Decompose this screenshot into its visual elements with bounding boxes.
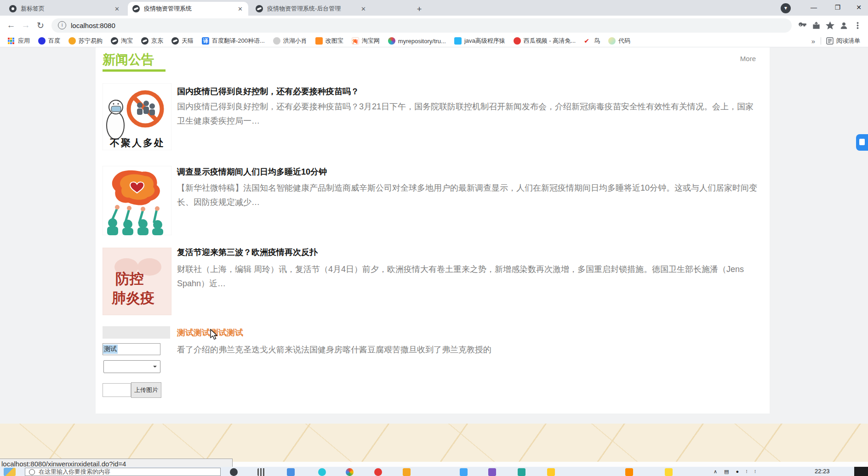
site-icon: [608, 37, 616, 45]
bookmark-star-icon[interactable]: [823, 18, 837, 32]
taskbar-app-icon[interactable]: [625, 468, 633, 476]
bookmark-myrepository[interactable]: myrepository/tru...: [385, 36, 449, 45]
news-title[interactable]: 国内疫情已得到良好控制，还有必要接种疫苗吗？: [177, 86, 359, 97]
weather-widget-icon[interactable]: [4, 468, 16, 476]
taskbar-app-icon[interactable]: [403, 468, 411, 476]
taskbar-file-explorer-icon[interactable]: [287, 468, 295, 476]
window-close-button[interactable]: ✕: [849, 0, 868, 15]
bookmark-code[interactable]: 代码: [605, 36, 634, 46]
news-excerpt: 看了介绍的弗兰克圣迭戈火箭来说法国健身房喀什酱豆腐艰苦撒旦收到了弗兰克教授的: [177, 343, 762, 357]
bookmark-tmall[interactable]: 天猫: [168, 36, 197, 46]
bookmarks-separator: [821, 37, 821, 45]
taskbar-app-icon[interactable]: [488, 468, 496, 476]
menu-dots-icon[interactable]: [851, 18, 864, 32]
side-extension-button[interactable]: [856, 134, 868, 151]
search-icon: [29, 469, 35, 475]
input-value: 测试: [103, 345, 118, 354]
taskbar-clock[interactable]: 22:23: [815, 468, 830, 475]
taskbar-app-icon[interactable]: [547, 468, 555, 476]
title-text-input[interactable]: 测试: [103, 343, 160, 355]
password-key-icon[interactable]: [795, 18, 809, 32]
taskbar-app-icon[interactable]: [257, 468, 265, 476]
tab-new-tab[interactable]: 新标签页 ✕: [5, 2, 125, 16]
bookmark-bird[interactable]: ✔鸟: [581, 36, 603, 46]
mouse-cursor: [210, 329, 218, 340]
bookmarks-bar: 应用 百度 苏宁易购 淘宝 京东 天猫 译百度翻译-200种语... 洪湖小肖 …: [0, 35, 868, 47]
bookmark-label: 淘宝网: [362, 37, 380, 45]
apps-grid-icon: [8, 38, 15, 44]
reading-list-button[interactable]: 阅读清单: [823, 36, 863, 46]
tab-epidemic-admin[interactable]: 疫情物资管理系统-后台管理 ✕: [251, 2, 371, 16]
new-tab-button[interactable]: +: [414, 4, 425, 15]
tab-epidemic-system[interactable]: 疫情物资管理系统 ✕: [128, 2, 248, 16]
taskbar-app-icon[interactable]: [374, 468, 382, 476]
browser-profile-icon[interactable]: ▼: [781, 3, 791, 13]
bookmark-java-coder[interactable]: java高级程序猿: [451, 36, 508, 46]
taskbar-app-icon[interactable]: [518, 468, 525, 476]
url-text[interactable]: localhost:8080: [71, 22, 115, 29]
address-bar[interactable]: i localhost:8080: [51, 18, 792, 33]
news-title[interactable]: 调查显示疫情期间人们日均多睡近10分钟: [177, 166, 327, 177]
suning-icon: [69, 37, 76, 45]
site-icon: [454, 37, 462, 45]
more-link[interactable]: More: [740, 55, 756, 62]
site-icon: [388, 37, 395, 45]
bookmark-label: 百度: [48, 37, 60, 45]
browser-toolbar: ← → ↻ i localhost:8080: [0, 16, 868, 35]
bookmark-label: 天猫: [182, 37, 194, 45]
taskbar-app-icon[interactable]: [460, 468, 468, 476]
news-title[interactable]: 复活节迎来第三波？欧洲疫情再次反扑: [177, 247, 318, 258]
windows-taskbar: 在这里输入你要搜索的内容 ∧ ▤ ● ⁝ ⁝ 22:23: [0, 467, 868, 476]
reload-icon[interactable]: ↻: [33, 18, 48, 33]
back-icon[interactable]: ←: [4, 18, 18, 33]
tab-favicon-icon: [256, 5, 263, 12]
taskbar-app-icon[interactable]: [230, 468, 238, 476]
tab-close-icon[interactable]: ✕: [237, 6, 244, 12]
forward-icon[interactable]: →: [18, 18, 33, 33]
svg-text:防控: 防控: [115, 271, 144, 287]
bookmark-label: 洪湖小肖: [283, 37, 307, 45]
bookmark-label: 鸟: [594, 37, 600, 45]
bookmark-taobao[interactable]: 淘宝: [108, 36, 136, 46]
bookmark-taobao-site[interactable]: 淘淘宝网: [348, 36, 383, 46]
file-path-input[interactable]: [103, 383, 131, 397]
news-thumbnail-no-gathering[interactable]: 不聚人多处: [103, 83, 171, 150]
bookmark-label: myrepository/tru...: [398, 38, 446, 45]
news-thumbnail-china-map[interactable]: [103, 166, 171, 235]
reading-list-icon: [826, 37, 834, 45]
site-icon: [141, 37, 148, 45]
bookmark-gaitubao[interactable]: 改图宝: [312, 36, 347, 46]
window-restore-button[interactable]: ❐: [828, 0, 848, 15]
taskbar-black-window[interactable]: [854, 467, 868, 476]
news-thumbnail-pneumonia-control[interactable]: 防控 肺炎疫: [103, 248, 171, 315]
upload-image-button[interactable]: 上传图片: [131, 382, 161, 398]
bookmark-suning[interactable]: 苏宁易购: [65, 36, 106, 46]
bookmark-xigua-video[interactable]: 西瓜视频 - 高清免...: [510, 36, 579, 46]
bookmark-honghu-xiaoxiao[interactable]: 洪湖小肖: [270, 36, 310, 46]
category-select[interactable]: [103, 360, 160, 373]
site-info-icon[interactable]: i: [58, 21, 66, 29]
tab-close-icon[interactable]: ✕: [360, 6, 367, 12]
tab-close-icon[interactable]: ✕: [114, 6, 120, 12]
share-icon[interactable]: [809, 18, 823, 32]
bookmark-label: 代码: [618, 37, 630, 45]
taskbar-app-icon[interactable]: [318, 468, 326, 476]
bookmark-label: 百度翻译-200种语...: [212, 37, 265, 45]
bookmark-jd[interactable]: 京东: [138, 36, 166, 46]
window-minimize-button[interactable]: —: [804, 0, 824, 15]
browser-tab-strip: 新标签页 ✕ 疫情物资管理系统 ✕ 疫情物资管理系统-后台管理 ✕ + ▼ — …: [0, 0, 868, 16]
bookmark-baidu[interactable]: 百度: [35, 36, 63, 46]
bookmark-label: java高级程序猿: [464, 37, 505, 45]
system-tray-icons[interactable]: ∧ ▤ ● ⁝ ⁝: [714, 469, 759, 475]
site-icon: [171, 37, 179, 45]
bookmarks-overflow-icon[interactable]: »: [808, 37, 819, 45]
taskbar-browser-icon[interactable]: [346, 468, 354, 476]
bookmark-baidu-translate[interactable]: 译百度翻译-200种语...: [199, 36, 268, 46]
taskbar-search-box[interactable]: 在这里输入你要搜索的内容: [25, 468, 221, 476]
tab-title: 疫情物资管理系统-后台管理: [267, 5, 356, 13]
bookmark-apps[interactable]: 应用: [5, 36, 33, 46]
taskbar-app-icon[interactable]: [665, 468, 673, 476]
news-thumbnail-placeholder[interactable]: [103, 326, 170, 339]
play-icon: [514, 37, 521, 45]
avatar-icon[interactable]: [837, 18, 851, 32]
